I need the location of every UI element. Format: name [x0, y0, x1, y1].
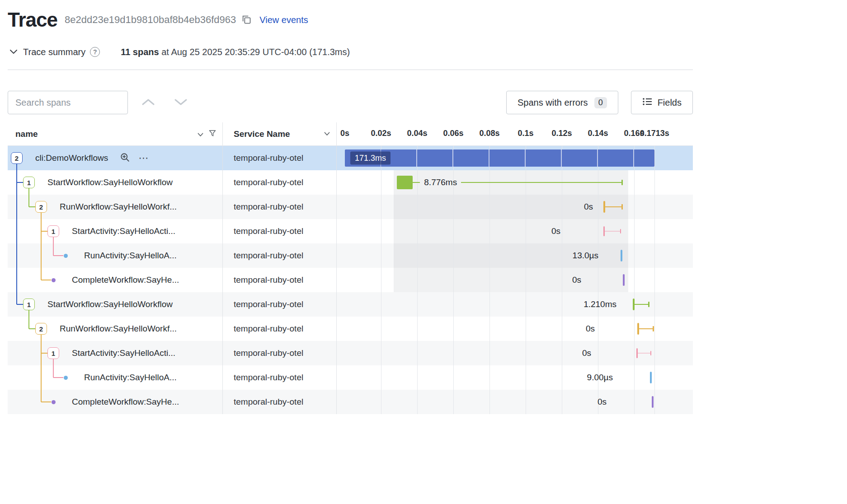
timeline-gridline [526, 365, 526, 390]
fields-button[interactable]: Fields [631, 91, 693, 114]
span-service-cell: temporal-ruby-otel [223, 219, 337, 243]
span-duration-marker[interactable] [603, 195, 623, 219]
timeline-gridline [489, 341, 490, 365]
spans-info: 11 spans at Aug 25 2025 20:35:29 UTC-04:… [121, 47, 350, 57]
span-service-name: temporal-ruby-otel [234, 153, 303, 163]
span-duration-marker[interactable] [637, 317, 654, 341]
next-match-button[interactable] [170, 92, 191, 113]
span-duration-tick[interactable] [621, 250, 622, 261]
span-children-count-badge[interactable]: 2 [35, 323, 47, 335]
span-children-count-badge[interactable]: 1 [23, 177, 35, 188]
span-duration-marker[interactable] [633, 292, 649, 317]
timeline-gridline [562, 317, 562, 341]
chevron-down-icon[interactable] [324, 132, 330, 136]
timeline-shade-region [394, 268, 628, 292]
column-header-service[interactable]: Service Name [223, 122, 337, 145]
span-row[interactable]: CompleteWorkflow:SayHe...temporal-ruby-o… [8, 268, 693, 292]
timeline-gridline [453, 341, 454, 365]
span-timeline-cell: 0s [337, 219, 693, 243]
timeline-gridline [526, 195, 526, 219]
span-duration-label: 13.0µs [573, 243, 598, 268]
span-duration-tick[interactable] [650, 372, 652, 383]
span-duration-block [397, 176, 413, 189]
timeline-gridline [634, 195, 635, 219]
span-children-count-badge[interactable]: 1 [47, 347, 59, 359]
timeline-gridline [453, 219, 454, 243]
span-service-cell: temporal-ruby-otel [223, 195, 337, 219]
search-spans-input[interactable] [8, 91, 128, 114]
span-service-cell: temporal-ruby-otel [223, 341, 337, 365]
tree-badge-slot [47, 400, 59, 404]
span-children-count-badge[interactable]: 1 [47, 225, 59, 237]
span-service-name: temporal-ruby-otel [234, 202, 303, 212]
row-more-actions-icon[interactable]: ⋯ [138, 153, 148, 163]
tree-badge-slot [47, 278, 59, 282]
span-row[interactable]: RunActivity:SayHelloA...temporal-ruby-ot… [8, 365, 693, 390]
span-name-cell: CompleteWorkflow:SayHe... [8, 390, 223, 414]
span-row[interactable]: 2RunWorkflow:SayHelloWorkf...temporal-ru… [8, 195, 693, 219]
span-service-cell: temporal-ruby-otel [223, 317, 337, 341]
timeline-gridline [634, 390, 635, 414]
span-row[interactable]: 2RunWorkflow:SayHelloWorkf...temporal-ru… [8, 317, 693, 341]
span-name: cli:DemoWorkflows [35, 153, 108, 163]
span-row[interactable]: 1StartWorkflow:SayHelloWorkflowtemporal-… [8, 170, 693, 195]
timeline-gridline [526, 317, 526, 341]
span-service-name: temporal-ruby-otel [234, 324, 303, 334]
timeline-gridline [562, 219, 562, 243]
trace-summary-label[interactable]: Trace summary [23, 47, 85, 57]
span-name-cell: RunActivity:SayHelloA... [8, 365, 223, 390]
copy-trace-id-button[interactable] [241, 14, 251, 26]
span-name: RunWorkflow:SayHelloWorkf... [60, 324, 177, 334]
timeline-gridline [417, 365, 418, 390]
span-row[interactable]: CompleteWorkflow:SayHe...temporal-ruby-o… [8, 390, 693, 414]
marker-line [605, 206, 621, 207]
span-leaf-dot-icon [52, 278, 56, 282]
span-duration-tick[interactable] [652, 396, 654, 408]
trace-summary-toggle[interactable] [8, 47, 19, 57]
timeline-gridline [598, 219, 598, 243]
span-duration-tick[interactable] [623, 274, 625, 286]
timeline-gridline [526, 268, 526, 292]
span-duration-label: 171.3ms [350, 152, 391, 165]
span-timeline-cell: 0s [337, 268, 693, 292]
span-name: StartWorkflow:SayHelloWorkflow [47, 299, 173, 309]
column-header-name[interactable]: name [8, 122, 223, 145]
span-children-count-badge[interactable]: 2 [35, 201, 47, 213]
span-row[interactable]: 1StartActivity:SayHelloActi...temporal-r… [8, 341, 693, 365]
span-service-name: temporal-ruby-otel [234, 275, 303, 285]
span-children-count-badge[interactable]: 1 [23, 299, 35, 310]
span-children-count-badge[interactable]: 2 [11, 152, 23, 164]
timeline-gridline [381, 365, 381, 390]
span-duration-bar[interactable]: 171.3ms [345, 149, 654, 167]
span-row[interactable]: 1StartWorkflow:SayHelloWorkflowtemporal-… [8, 292, 693, 317]
timeline-gridline [562, 195, 562, 219]
tree-badge-slot: 2 [35, 323, 47, 335]
span-row[interactable]: 2cli:DemoWorkflows⋯temporal-ruby-otel171… [8, 146, 693, 170]
previous-match-button[interactable] [138, 92, 159, 113]
span-duration-marker[interactable] [636, 341, 651, 365]
span-name-cell: 2RunWorkflow:SayHelloWorkf... [8, 195, 223, 219]
timeline-gridline [381, 195, 381, 219]
view-events-link[interactable]: View events [259, 15, 308, 25]
zoom-in-icon[interactable] [120, 152, 130, 164]
span-duration-label: 1.210ms [583, 292, 616, 317]
timeline-gridline [417, 243, 418, 268]
marker-end-cap [648, 302, 649, 307]
help-icon[interactable]: ? [90, 47, 100, 57]
timeline-gridline [654, 146, 655, 170]
spans-with-errors-button[interactable]: Spans with errors 0 [506, 91, 618, 114]
timeline-gridline [417, 317, 418, 341]
marker-end-cap [621, 180, 623, 185]
timeline-gridline [562, 243, 562, 268]
timeline-gridline [562, 341, 562, 365]
tree-badge-slot [60, 376, 71, 380]
span-duration-marker[interactable]: 8.776ms [397, 170, 623, 195]
sort-chevron-icon[interactable] [198, 129, 203, 139]
timeline-gridline [634, 219, 635, 243]
timeline-gridline [654, 243, 655, 268]
span-row[interactable]: RunActivity:SayHelloA...temporal-ruby-ot… [8, 243, 693, 268]
timeline-gridline [381, 170, 381, 195]
span-duration-marker[interactable] [603, 219, 621, 243]
filter-funnel-icon[interactable] [209, 129, 216, 139]
span-row[interactable]: 1StartActivity:SayHelloActi...temporal-r… [8, 219, 693, 243]
